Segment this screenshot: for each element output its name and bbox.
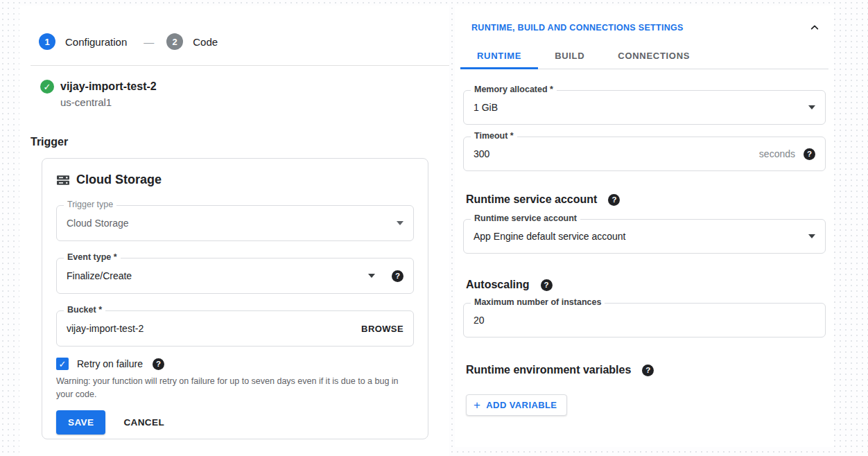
env-variables-heading: Runtime environment variables <box>466 364 631 376</box>
event-type-value: Finalize/Create <box>67 270 132 281</box>
runtime-service-account-value: App Engine default service account <box>474 231 625 242</box>
runtime-service-account-heading: Runtime service account <box>466 193 597 206</box>
autoscaling-help-icon[interactable]: ? <box>541 279 553 291</box>
dropdown-arrow-icon <box>808 105 815 109</box>
tab-connections[interactable]: CONNECTIONS <box>601 44 706 69</box>
function-region: us-central1 <box>60 96 449 108</box>
retry-on-failure-label: Retry on failure <box>77 358 143 369</box>
plus-icon: + <box>474 399 480 411</box>
trigger-type-value: Cloud Storage <box>67 218 129 229</box>
memory-allocated-value: 1 GiB <box>474 102 498 113</box>
step-2-badge[interactable]: 2 <box>166 33 183 50</box>
tab-build[interactable]: BUILD <box>538 44 601 69</box>
runtime-service-account-label: Runtime service account <box>471 213 580 223</box>
settings-expander-link[interactable]: RUNTIME, BUILD AND CONNECTIONS SETTINGS <box>471 23 684 33</box>
configuration-panel: 1 Configuration — 2 Code ✓ vijay-import-… <box>19 6 449 456</box>
env-variables-help-icon[interactable]: ? <box>642 365 654 376</box>
max-instances-value: 20 <box>474 315 485 326</box>
trigger-section-heading: Trigger <box>31 136 449 148</box>
timeout-value: 300 <box>474 148 489 159</box>
timeout-label: Timeout * <box>471 131 517 141</box>
add-variable-button[interactable]: + ADD VARIABLE <box>466 394 567 416</box>
collapse-chevron-up-icon[interactable] <box>809 22 820 33</box>
step-2-label[interactable]: Code <box>193 36 218 48</box>
tab-runtime[interactable]: RUNTIME <box>460 44 538 69</box>
trigger-type-label: Trigger type <box>64 200 116 209</box>
bucket-input[interactable]: Bucket * vijay-import-test-2 BROWSE <box>56 310 414 347</box>
cancel-button[interactable]: CANCEL <box>123 417 164 428</box>
trigger-card-title: Cloud Storage <box>76 173 162 187</box>
retry-warning-text: Warning: your function will retry on fai… <box>56 375 415 401</box>
max-instances-input[interactable]: Maximum number of instances 20 <box>463 303 826 337</box>
retry-on-failure-checkbox[interactable]: ✓ <box>56 358 69 370</box>
bucket-label: Bucket * <box>64 305 105 315</box>
step-1-badge[interactable]: 1 <box>39 33 55 50</box>
bucket-value: vijay-import-test-2 <box>67 323 144 334</box>
timeout-input[interactable]: Timeout * 300 seconds ? <box>463 137 826 171</box>
dropdown-arrow-icon <box>368 274 375 278</box>
timeout-suffix: seconds <box>759 148 795 159</box>
runtime-service-account-select[interactable]: Runtime service account App Engine defau… <box>463 219 826 254</box>
autoscaling-heading: Autoscaling <box>466 279 530 291</box>
wizard-stepper: 1 Configuration — 2 Code <box>39 33 449 50</box>
function-name: vijay-import-test-2 <box>60 80 157 93</box>
event-type-help-icon[interactable]: ? <box>392 270 403 282</box>
step-1-label[interactable]: Configuration <box>65 36 127 48</box>
event-type-select[interactable]: Event type * Finalize/Create ? <box>56 258 414 294</box>
add-variable-label: ADD VARIABLE <box>486 400 557 410</box>
trigger-card: Cloud Storage Trigger type Cloud Storage… <box>42 158 428 439</box>
memory-allocated-label: Memory allocated * <box>471 85 557 94</box>
memory-allocated-select[interactable]: Memory allocated * 1 GiB <box>463 90 826 125</box>
success-check-icon: ✓ <box>40 80 54 94</box>
max-instances-label: Maximum number of instances <box>471 297 605 307</box>
retry-help-icon[interactable]: ? <box>153 358 164 370</box>
dropdown-arrow-icon <box>397 221 403 225</box>
cloud-storage-icon <box>56 173 70 187</box>
settings-tabs: RUNTIME BUILD CONNECTIONS <box>460 44 828 69</box>
dropdown-arrow-icon <box>808 234 815 238</box>
runtime-settings-panel: RUNTIME, BUILD AND CONNECTIONS SETTINGS … <box>455 6 834 447</box>
browse-button[interactable]: BROWSE <box>361 324 403 334</box>
step-separator: — <box>144 36 154 48</box>
timeout-help-icon[interactable]: ? <box>804 148 815 160</box>
trigger-type-select[interactable]: Trigger type Cloud Storage <box>56 205 414 241</box>
service-account-help-icon[interactable]: ? <box>608 194 620 206</box>
stepper-divider <box>31 65 449 66</box>
save-button[interactable]: SAVE <box>56 410 105 435</box>
event-type-label: Event type * <box>64 252 121 262</box>
